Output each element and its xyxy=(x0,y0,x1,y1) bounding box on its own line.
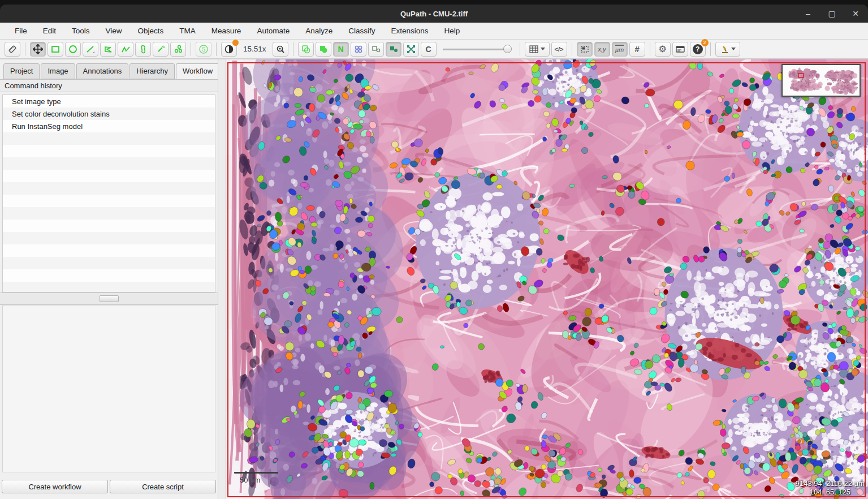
tab-workflow[interactable]: Workflow xyxy=(176,63,219,79)
move-tool-button[interactable] xyxy=(30,42,46,57)
rectangle-tool-button[interactable] xyxy=(47,42,63,57)
maximize-button[interactable]: ▢ xyxy=(827,9,836,18)
menu-classify[interactable]: Classify xyxy=(340,24,383,38)
show-connections-button[interactable]: C xyxy=(421,42,437,57)
sidebar-tabs: Project Image Annotations Hierarchy Work… xyxy=(0,63,219,79)
toolbar-separator xyxy=(293,42,293,56)
create-script-button[interactable]: Create script xyxy=(110,480,216,493)
polygon-tool-button[interactable] xyxy=(100,42,116,57)
tab-project[interactable]: Project xyxy=(3,63,40,79)
workflow-footer: Create workflow Create script xyxy=(0,474,218,499)
main-area: Project Image Annotations Hierarchy Work… xyxy=(0,59,868,499)
script-editor-button[interactable]: </> xyxy=(551,42,567,57)
move-icon xyxy=(33,44,43,54)
command-row[interactable]: Set image type xyxy=(3,95,215,107)
tab-annotations[interactable]: Annotations xyxy=(76,63,129,79)
slide-canvas[interactable] xyxy=(226,59,868,499)
show-scalebar-button[interactable]: µm xyxy=(612,42,628,57)
create-workflow-button[interactable]: Create workflow xyxy=(2,480,108,493)
show-grid-button[interactable]: # xyxy=(629,42,645,57)
opacity-slider[interactable] xyxy=(441,42,513,57)
scalebar-label: 50 µm xyxy=(240,476,278,484)
menu-tools[interactable]: Tools xyxy=(64,24,98,38)
brush-tool-button[interactable] xyxy=(135,42,151,57)
show-detections-icon xyxy=(372,45,381,54)
polyline-icon xyxy=(121,45,130,54)
overview-icon xyxy=(580,45,589,54)
ruler-icon xyxy=(7,44,18,54)
toolbar-separator xyxy=(710,42,711,56)
overview-canvas xyxy=(783,65,860,96)
show-overview-button[interactable] xyxy=(577,42,593,57)
microscope-icon xyxy=(720,45,729,54)
selection-mode-letter: S xyxy=(202,46,206,53)
menu-measure[interactable]: Measure xyxy=(204,24,249,38)
gear-icon: ⚙ xyxy=(658,44,666,54)
brush-icon xyxy=(139,45,148,54)
show-annotations-button[interactable] xyxy=(298,42,314,57)
ellipse-tool-button[interactable] xyxy=(65,42,81,57)
command-row[interactable]: Run InstanSeg model xyxy=(3,120,215,132)
menu-edit[interactable]: Edit xyxy=(35,24,64,38)
help-button[interactable]: 2 ? xyxy=(690,42,706,57)
instanseg-extension-button[interactable] xyxy=(715,42,740,57)
minimize-button[interactable]: – xyxy=(804,9,813,18)
preferences-button[interactable]: ⚙ xyxy=(655,42,671,57)
menu-analyze[interactable]: Analyze xyxy=(297,24,340,38)
zoom-to-fit-button[interactable] xyxy=(273,42,288,57)
menu-automate[interactable]: Automate xyxy=(249,24,297,38)
menu-bar: File Edit Tools View Objects TMA Measure… xyxy=(0,23,868,40)
menu-view[interactable]: View xyxy=(98,24,130,38)
toolbar-separator xyxy=(216,42,217,56)
vertical-splitter[interactable] xyxy=(218,59,226,499)
selection-mode-button[interactable]: S xyxy=(196,42,211,57)
show-names-button[interactable]: N xyxy=(333,42,349,57)
brightness-contrast-button[interactable] xyxy=(221,42,237,57)
measurement-tables-button[interactable] xyxy=(525,42,550,57)
contrast-alert-dot xyxy=(232,40,239,46)
points-tool-button[interactable] xyxy=(170,42,186,57)
slide-viewer[interactable]: 50 µm 9143.94, 2116.22 µm 104, 65, 125 xyxy=(226,59,868,499)
caret-down-icon xyxy=(541,48,545,50)
wand-tool-button[interactable] xyxy=(153,42,169,57)
location-icon: x,y xyxy=(598,46,606,53)
close-button[interactable]: ✕ xyxy=(851,9,860,18)
menu-objects[interactable]: Objects xyxy=(130,24,172,38)
show-detections-button[interactable] xyxy=(368,42,384,57)
help-icon: ? xyxy=(693,44,703,54)
polyline-tool-button[interactable] xyxy=(118,42,133,57)
window-title: QuPath - CMU-2.tiff xyxy=(400,10,468,18)
selection-mode-icon: S xyxy=(198,44,209,54)
menu-file[interactable]: File xyxy=(7,24,35,38)
toolbar-separator xyxy=(650,42,650,56)
horizontal-splitter[interactable] xyxy=(0,292,218,305)
tab-image[interactable]: Image xyxy=(41,63,75,79)
menu-tma[interactable]: TMA xyxy=(171,24,204,38)
fill-detections-icon xyxy=(389,45,398,54)
ruler-tool-button[interactable] xyxy=(5,42,20,57)
menu-extensions[interactable]: Extensions xyxy=(383,24,436,38)
tab-hierarchy[interactable]: Hierarchy xyxy=(129,63,175,79)
slider-thumb[interactable] xyxy=(503,45,512,53)
command-history-header: Command history xyxy=(0,79,218,92)
magnification-display[interactable]: 15.51x xyxy=(239,45,271,53)
command-row[interactable]: Set color deconvolution stains xyxy=(3,107,215,120)
table-icon xyxy=(529,45,538,54)
fill-detections-button[interactable] xyxy=(386,42,401,57)
line-icon xyxy=(86,45,95,54)
slider-track xyxy=(443,49,511,50)
pixel-selection-button[interactable] xyxy=(403,42,419,57)
menu-help[interactable]: Help xyxy=(437,24,468,38)
rectangle-icon xyxy=(51,45,60,54)
fill-annotations-button[interactable] xyxy=(316,42,331,57)
tma-grid-button[interactable] xyxy=(351,42,366,57)
log-viewer-button[interactable] xyxy=(672,42,688,57)
wand-icon xyxy=(156,45,165,54)
script-icon: </> xyxy=(555,46,564,53)
show-location-button[interactable]: x,y xyxy=(594,42,610,57)
line-tool-button[interactable] xyxy=(83,42,98,57)
fill-annotations-icon xyxy=(319,45,328,54)
overview-thumbnail[interactable] xyxy=(781,64,861,97)
toolbar-separator xyxy=(520,42,520,56)
location-coordinates: 9143.94, 2116.22 µm xyxy=(796,479,865,488)
